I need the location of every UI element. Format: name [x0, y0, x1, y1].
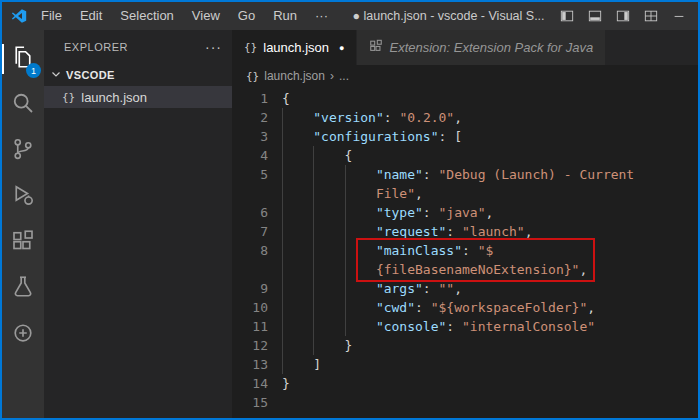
menu-view[interactable]: View	[183, 2, 229, 30]
code-line[interactable]: 14}	[232, 374, 698, 393]
code-token: ,	[454, 110, 462, 125]
extensions-icon	[11, 229, 35, 257]
menu-file[interactable]: File	[32, 2, 71, 30]
editor-area: {} launch.json ● Extension: Extension Pa…	[232, 30, 698, 418]
code-token: "java"	[439, 205, 486, 220]
code-line[interactable]: File",	[232, 184, 698, 203]
indent-guide	[313, 336, 344, 355]
menu-more[interactable]: ···	[306, 2, 337, 30]
line-number: 14	[232, 374, 268, 393]
layout-panel-icon[interactable]	[588, 9, 602, 23]
line-number: 5	[232, 165, 268, 184]
code-line[interactable]: 3"configurations": [	[232, 127, 698, 146]
code-line[interactable]: 6"type": "java",	[232, 203, 698, 222]
file-item-launch-json[interactable]: {} launch.json	[44, 86, 232, 108]
activity-remote[interactable]	[2, 312, 44, 358]
line-number: 13	[232, 355, 268, 374]
code-line[interactable]: 8"mainClass": "$	[232, 241, 698, 260]
code-token: {	[282, 91, 290, 106]
window-controls	[560, 9, 698, 23]
code-line[interactable]: 7"request": "launch",	[232, 222, 698, 241]
breadcrumb-more[interactable]: ...	[339, 69, 349, 83]
code-line[interactable]: 5"name": "Debug (Launch) - Current	[232, 165, 698, 184]
activity-bar: 1	[2, 30, 44, 418]
indent-guide	[345, 279, 376, 298]
code-token: "version"	[313, 110, 383, 125]
code-token: "configurations"	[313, 129, 438, 144]
code-text: "type": "java",	[282, 203, 493, 222]
modified-dot-icon[interactable]: ●	[339, 43, 344, 53]
menu-run[interactable]: Run	[264, 2, 306, 30]
line-number	[232, 184, 268, 203]
code-text: File",	[282, 184, 423, 203]
code-editor[interactable]: 1{2"version": "0.2.0",3"configurations":…	[232, 87, 698, 418]
code-token: ,	[587, 300, 595, 315]
breadcrumb: {} launch.json › ...	[232, 65, 698, 87]
breadcrumb-file[interactable]: launch.json	[264, 69, 325, 83]
code-line[interactable]: 15	[232, 393, 698, 412]
folder-section-vscode[interactable]: VSCODE	[44, 64, 232, 86]
indent-guide	[313, 298, 344, 317]
indent-guide	[282, 146, 313, 165]
indent-guide	[345, 260, 376, 279]
customize-layout-icon[interactable]	[644, 9, 658, 23]
code-line[interactable]: {fileBasenameNoExtension}",	[232, 260, 698, 279]
code-text: }	[282, 336, 352, 355]
line-number	[232, 260, 268, 279]
menu-bar: FileEditSelectionViewGoRun···	[32, 2, 337, 30]
code-token: }	[282, 376, 290, 391]
menu-selection[interactable]: Selection	[111, 2, 182, 30]
vscode-window: FileEditSelectionViewGoRun··· ● launch.j…	[0, 0, 700, 420]
code-line[interactable]: 2"version": "0.2.0",	[232, 108, 698, 127]
tab-launch-json[interactable]: {} launch.json ●	[232, 30, 356, 65]
code-token: "${workspaceFolder}"	[431, 300, 588, 315]
layout-sidebar-right-icon[interactable]	[616, 9, 630, 23]
indent-guide	[345, 298, 376, 317]
code-line[interactable]: 13]	[232, 355, 698, 374]
code-text: "version": "0.2.0",	[282, 108, 462, 127]
vscode-logo	[10, 7, 28, 25]
indent-guide	[313, 146, 344, 165]
code-line[interactable]: 10"cwd": "${workspaceFolder}",	[232, 298, 698, 317]
indent-guide	[282, 336, 313, 355]
activity-source-control[interactable]	[2, 128, 44, 174]
line-number: 12	[232, 336, 268, 355]
minimize-icon[interactable]	[672, 9, 686, 23]
code-line[interactable]: 4{	[232, 146, 698, 165]
code-line[interactable]: 9"args": "",	[232, 279, 698, 298]
code-token: :	[423, 205, 439, 220]
menu-go[interactable]: Go	[229, 2, 264, 30]
layout-sidebar-left-icon[interactable]	[560, 9, 574, 23]
menu-edit[interactable]: Edit	[71, 2, 111, 30]
folder-section-label: VSCODE	[66, 69, 115, 81]
code-token: "$	[478, 243, 494, 258]
activity-run-debug[interactable]	[2, 174, 44, 220]
code-token: :	[446, 224, 462, 239]
more-actions-icon[interactable]: ···	[205, 39, 222, 55]
code-token: File"	[376, 186, 415, 201]
code-line[interactable]: 12}	[232, 336, 698, 355]
activity-testing[interactable]	[2, 266, 44, 312]
indent-guide	[345, 165, 376, 184]
code-token: ,	[415, 186, 423, 201]
indent-guide	[282, 298, 313, 317]
code-line[interactable]: 11"console": "internalConsole"	[232, 317, 698, 336]
tab-label: launch.json	[263, 40, 329, 55]
code-text: ]	[282, 355, 321, 374]
tab-extension-pack-java[interactable]: Extension: Extension Pack for Java	[357, 30, 605, 65]
indent-guide	[345, 203, 376, 222]
line-number: 7	[232, 222, 268, 241]
activity-search[interactable]	[2, 82, 44, 128]
code-line[interactable]: 1{	[232, 89, 698, 108]
code-text: "request": "launch",	[282, 222, 532, 241]
json-braces-icon: {}	[246, 70, 259, 83]
chevron-down-icon	[48, 66, 66, 84]
sidebar-title: EXPLORER	[64, 41, 128, 53]
indent-guide	[282, 241, 313, 260]
code-token: :	[423, 281, 439, 296]
activity-explorer[interactable]: 1	[2, 36, 44, 82]
line-number: 3	[232, 127, 268, 146]
window-title: ● launch.json - vscode - Visual S...	[337, 9, 560, 23]
activity-extensions[interactable]	[2, 220, 44, 266]
indent-guide	[345, 184, 376, 203]
